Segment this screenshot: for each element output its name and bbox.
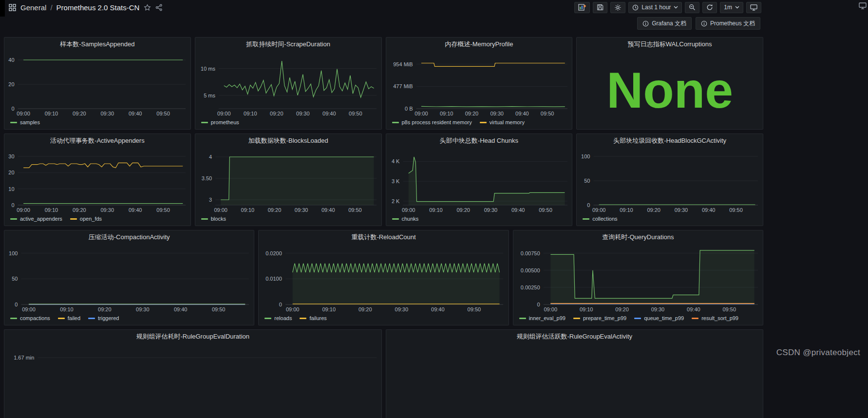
panel-title[interactable]: 规则组评估耗时-RuleGroupEvalDuration (4, 330, 381, 343)
svg-text:0: 0 (11, 202, 14, 208)
panel-title[interactable]: 压缩活动-CompactionActivity (4, 230, 254, 244)
chart-area[interactable] (386, 343, 763, 418)
legend-item[interactable]: p8s process resident memory (392, 119, 472, 125)
svg-text:09:20: 09:20 (267, 207, 281, 213)
panel-reload-count: 重载计数-ReloadCount0.02000.0100009:0009:100… (258, 230, 509, 325)
svg-text:0: 0 (279, 302, 282, 307)
legend-item[interactable]: failed (58, 315, 80, 321)
add-panel-button[interactable] (574, 2, 590, 13)
display-icon[interactable] (859, 2, 867, 11)
svg-text:09:30: 09:30 (101, 207, 114, 213)
legend-item[interactable]: prometheus (201, 119, 239, 125)
panel-samples-appended: 样本数-SamplesAppended4020009:0009:1009:200… (4, 37, 191, 130)
svg-text:3.50: 3.50 (202, 175, 212, 181)
star-icon[interactable] (144, 4, 151, 11)
gear-icon[interactable] (610, 2, 625, 13)
svg-text:09:10: 09:10 (45, 207, 58, 213)
panel-title[interactable]: 头部中块总数-Head Chunks (386, 134, 572, 148)
svg-text:09:50: 09:50 (722, 306, 736, 312)
chart-area[interactable]: 10050009:0009:1009:2009:3009:4009:50 (577, 148, 763, 215)
panel-title[interactable]: 内存概述-MemoryProfile (386, 38, 572, 51)
panel-title[interactable]: 预写日志指标WALCorruptions (577, 38, 763, 51)
panel-title[interactable]: 样本数-SamplesAppended (4, 38, 190, 51)
svg-text:09:30: 09:30 (296, 111, 310, 116)
svg-text:0.00750: 0.00750 (520, 250, 540, 256)
svg-text:09:40: 09:40 (322, 111, 336, 116)
chart-area[interactable]: 43.50309:0009:1009:2009:3009:4009:50 (195, 148, 381, 215)
legend-item[interactable]: compactions (10, 315, 50, 321)
legend-item[interactable]: queue_time_p99 (634, 315, 684, 321)
panel-head-chunks: 头部中块总数-Head Chunks4 K3 K2 K09:0009:1009:… (386, 133, 573, 226)
chart-area[interactable]: 4020009:0009:1009:2009:3009:4009:50 (4, 51, 190, 118)
svg-text:0.00250: 0.00250 (520, 285, 540, 290)
panel-title[interactable]: 规则组评估活跃数-RuleGroupEvalActivity (386, 330, 763, 343)
legend-item[interactable]: failures (300, 315, 326, 321)
panel-legend: chunks (386, 215, 572, 226)
chart-svg: 43.50309:0009:1009:2009:3009:4009:50 (195, 148, 381, 215)
svg-text:09:50: 09:50 (212, 306, 226, 312)
svg-text:09:00: 09:00 (415, 111, 428, 116)
panel-title[interactable]: 抓取持续时间-ScrapeDuration (195, 38, 381, 51)
chart-area[interactable]: 4 K3 K2 K09:0009:1009:2009:3009:4009:50 (386, 148, 572, 215)
panel-memory-profile: 内存概述-MemoryProfile954 MiB477 MiB0 B09:00… (386, 37, 573, 130)
panel-rule-group-eval-activity: 规则组评估活跃数-RuleGroupEvalActivity (386, 329, 764, 418)
legend-item[interactable]: samples (10, 119, 40, 125)
refresh-interval-select[interactable]: 1m (720, 2, 743, 13)
legend-item[interactable]: triggered (88, 315, 119, 321)
legend-item[interactable]: chunks (392, 216, 419, 222)
save-icon[interactable] (593, 2, 607, 13)
panel-head-block-gc: 头部块垃圾回收数-HeadBlockGCActivity10050009:000… (576, 133, 763, 226)
dashboard-title[interactable]: Prometheus 2.0 Stats-CN (57, 3, 140, 12)
svg-text:0: 0 (587, 202, 590, 208)
svg-text:40: 40 (8, 57, 14, 63)
chart-area[interactable]: 954 MiB477 MiB0 B09:0009:1009:2009:3009:… (386, 51, 572, 118)
legend-item[interactable]: collections (583, 216, 617, 222)
info-circle-icon (642, 20, 649, 27)
chevron-down-icon (674, 6, 678, 9)
legend-item[interactable]: blocks (201, 216, 226, 222)
legend-item[interactable]: reloads (264, 315, 292, 321)
legend-item[interactable]: active_appenders (10, 216, 62, 222)
legend-color-swatch (201, 218, 208, 220)
time-range-picker[interactable]: Last 1 hour (628, 2, 682, 13)
chart-area[interactable]: 302010009:0009:1009:2009:3009:4009:50 (4, 148, 190, 215)
legend-label: reloads (274, 315, 292, 321)
chart-area[interactable]: 10050009:0009:1009:2009:3009:4009:50 (4, 244, 254, 314)
zoom-out-button[interactable] (685, 2, 699, 13)
svg-text:100: 100 (9, 250, 18, 256)
chart-area[interactable]: 1.67 min (4, 343, 381, 418)
svg-text:09:50: 09:50 (156, 207, 170, 213)
chart-area[interactable]: 10 ms5 ms09:0009:1009:2009:3009:4009:50 (195, 51, 381, 118)
legend-item[interactable]: virtual memory (480, 119, 525, 125)
legend-item[interactable]: open_fds (70, 216, 102, 222)
apps-grid-icon[interactable] (9, 4, 16, 11)
panel-title[interactable]: 加载数据块数-BlocksLoaded (195, 134, 381, 148)
prometheus-docs-button[interactable]: Prometheus 文档 (696, 17, 760, 30)
share-icon[interactable] (155, 4, 163, 11)
chart-area[interactable]: 0.02000.0100009:0009:1009:2009:3009:4009… (259, 244, 508, 314)
panel-legend: active_appendersopen_fds (4, 215, 190, 226)
breadcrumb-separator: / (50, 3, 52, 12)
svg-text:09:30: 09:30 (101, 111, 114, 116)
panel-title[interactable]: 查询耗时-QueryDurations (513, 230, 763, 244)
svg-text:09:20: 09:20 (465, 111, 478, 116)
panel-title[interactable]: 活动代理事务数-ActiveAppenders (4, 134, 190, 148)
grafana-docs-button[interactable]: Grafana 文档 (637, 17, 692, 30)
svg-text:4: 4 (209, 154, 212, 160)
svg-text:09:10: 09:10 (60, 306, 74, 312)
legend-item[interactable]: result_sort_p99 (692, 315, 738, 321)
chart-svg: 1.67 min (4, 343, 381, 418)
legend-item[interactable]: prepare_time_p99 (573, 315, 626, 321)
cycle-view-button[interactable] (746, 2, 761, 13)
svg-text:477 MiB: 477 MiB (393, 83, 413, 89)
panel-title[interactable]: 重载计数-ReloadCount (259, 230, 508, 244)
chart-area[interactable]: 0.007500.005000.00250009:0009:1009:2009:… (513, 244, 763, 314)
chart-svg: 4020009:0009:1009:2009:3009:4009:50 (4, 51, 190, 118)
breadcrumb-folder[interactable]: General (20, 3, 46, 12)
svg-text:09:10: 09:10 (580, 306, 593, 312)
legend-item[interactable]: inner_eval_p99 (519, 315, 566, 321)
panel-title[interactable]: 头部块垃圾回收数-HeadBlockGCActivity (577, 134, 763, 148)
svg-text:10 ms: 10 ms (201, 66, 215, 72)
refresh-icon[interactable] (702, 2, 717, 13)
legend-color-swatch (573, 318, 580, 319)
